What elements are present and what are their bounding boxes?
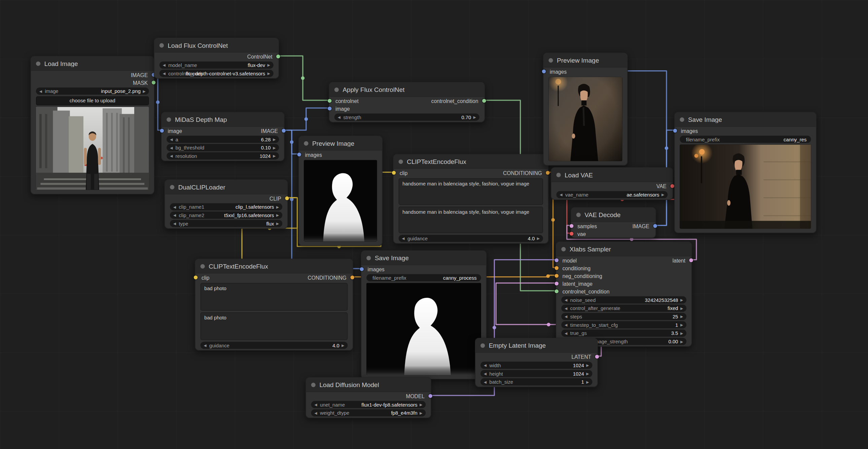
widget-increment-icon[interactable]: ▶ [420,409,422,416]
widget-noise_seed[interactable]: ◀noise_seed324242532548▶ [561,296,686,303]
prompt-textarea[interactable]: handsome man in balenciaga style, fashio… [399,207,543,233]
input-slot-dot-icon[interactable] [328,99,332,103]
node-preview-image-depth[interactable]: Preview Imageimages [299,136,382,246]
widget-increment-icon[interactable]: ▶ [276,203,279,210]
node-header[interactable]: Preview Image [544,53,627,68]
widget-guidance[interactable]: ◀guidance4.0▶ [200,341,348,349]
node-load-image[interactable]: Load ImageIMAGEMASK◀imageinput_pose_2.pn… [30,56,154,194]
widget-decrement-icon[interactable]: ◀ [163,62,165,69]
input-slot-dot-icon[interactable] [569,224,574,228]
widget-decrement-icon[interactable]: ◀ [484,378,487,385]
widget-decrement-icon[interactable]: ◀ [39,88,42,95]
input-slot-dot-icon[interactable] [298,152,302,156]
widget-increment-icon[interactable]: ▶ [143,88,146,95]
node-header[interactable]: CLIPTextEncodeFlux [195,259,352,274]
graph-canvas[interactable]: Load ImageIMAGEMASK◀imageinput_pose_2.pn… [0,0,868,449]
node-header[interactable]: MiDaS Depth Map [161,112,284,127]
input-slot-dot-icon[interactable] [569,232,574,236]
widget-decrement-icon[interactable]: ◀ [564,330,567,337]
widget-increment-icon[interactable]: ▶ [586,378,589,385]
widget-decrement-icon[interactable]: ◀ [204,341,207,349]
widget-decrement-icon[interactable]: ◀ [315,409,317,416]
node-apply-flux-controlnet[interactable]: Apply Flux ControlNetcontrolnetcontrolne… [329,82,485,122]
prompt-textarea[interactable]: bad photo [200,312,348,340]
widget-increment-icon[interactable]: ▶ [473,113,476,120]
widget-decrement-icon[interactable]: ◀ [315,401,317,408]
node-save-image-result[interactable]: Save Imageimagesfilename_prefixcanny_res [674,112,816,233]
widget-decrement-icon[interactable]: ◀ [564,296,567,303]
widget-increment-icon[interactable]: ▶ [273,136,276,143]
widget-decrement-icon[interactable]: ◀ [484,361,487,368]
input-slot-dot-icon[interactable] [542,69,546,73]
widget-batch_size[interactable]: ◀batch_size1▶ [480,378,592,385]
widget-height[interactable]: ◀height1024▶ [480,370,592,377]
widget-increment-icon[interactable]: ▶ [586,370,589,377]
output-slot-dot-icon[interactable] [653,224,657,228]
output-slot-dot-icon[interactable] [595,355,599,359]
widget-clip_name2[interactable]: ◀clip_name2t5xxl_fp16.safetensors▶ [170,212,282,219]
input-slot-dot-icon[interactable] [673,129,677,133]
node-empty-latent-image[interactable]: Empty Latent ImageLATENT◀width1024▶◀heig… [475,338,598,387]
input-slot-dot-icon[interactable] [194,276,198,280]
widget-type[interactable]: ◀typeflux▶ [170,220,282,227]
output-slot-dot-icon[interactable] [689,259,693,263]
prompt-textarea[interactable]: bad photo [200,283,348,311]
output-slot-dot-icon[interactable] [282,129,286,133]
widget-increment-icon[interactable]: ▶ [680,321,683,328]
widget-increment-icon[interactable]: ▶ [586,361,589,368]
node-header[interactable]: Load Image [31,57,154,71]
widget-decrement-icon[interactable]: ◀ [170,152,173,159]
widget-control_after_generate[interactable]: ◀control_after_generatefixed▶ [561,305,686,312]
node-header[interactable]: VAE Decode [571,208,655,222]
node-header[interactable]: Save Image [675,112,816,127]
widget-decrement-icon[interactable]: ◀ [173,203,176,210]
widget-strength[interactable]: ◀strength0.70▶ [334,113,479,120]
widget-increment-icon[interactable]: ▶ [420,401,422,408]
widget-decrement-icon[interactable]: ◀ [173,220,176,227]
input-slot-dot-icon[interactable] [392,171,396,175]
node-load-vae[interactable]: Load VAEVAE◀vae_nameae.safetensors▶ [551,167,673,200]
node-load-diffusion-model[interactable]: Load Diffusion ModelMODEL◀unet_nameflux1… [306,377,431,418]
widget-true_gs[interactable]: ◀true_gs3.5▶ [561,330,686,337]
widget-increment-icon[interactable]: ▶ [680,305,683,312]
widget-filename_prefix[interactable]: filename_prefixcanny_process [366,274,481,281]
widget-clip_name1[interactable]: ◀clip_name1clip_l.safetensors▶ [170,203,282,210]
output-slot-dot-icon[interactable] [429,394,433,398]
node-header[interactable]: Load VAE [551,168,673,182]
widget-filename_prefix[interactable]: filename_prefixcanny_res [680,136,811,143]
node-dual-clip-loader[interactable]: DualCLIPLoaderCLIP◀clip_name1clip_l.safe… [164,179,288,229]
node-clip-text-encode-flux-negative[interactable]: CLIPTextEncodeFluxclipCONDITIONINGbad ph… [195,259,353,350]
input-slot-dot-icon[interactable] [555,266,559,270]
widget-decrement-icon[interactable]: ◀ [564,321,567,328]
node-header[interactable]: CLIPTextEncodeFlux [394,154,548,169]
widget-decrement-icon[interactable]: ◀ [564,305,567,312]
input-slot-dot-icon[interactable] [555,282,559,286]
widget-increment-icon[interactable]: ▶ [680,296,683,303]
node-header[interactable]: DualCLIPLoader [165,180,287,194]
output-slot-dot-icon[interactable] [276,55,280,59]
output-slot-dot-icon[interactable] [546,171,550,175]
widget-decrement-icon[interactable]: ◀ [163,70,165,77]
node-header[interactable]: Xlabs Sampler [556,242,691,257]
widget-image[interactable]: ◀imageinput_pose_2.png▶ [36,88,149,95]
widget-vae_name[interactable]: ◀vae_nameae.safetensors▶ [556,191,668,198]
widget-decrement-icon[interactable]: ◀ [170,144,173,151]
node-header[interactable]: Load Diffusion Model [306,378,431,392]
widget-increment-icon[interactable]: ▶ [273,152,276,159]
widget-increment-icon[interactable]: ▶ [276,220,279,227]
widget-increment-icon[interactable]: ▶ [680,338,683,345]
node-xlabs-sampler[interactable]: Xlabs Samplermodellatentconditioningneg_… [556,241,692,347]
node-clip-text-encode-flux-positive[interactable]: CLIPTextEncodeFluxclipCONDITIONINGhandso… [393,154,548,244]
widget-increment-icon[interactable]: ▶ [680,313,683,320]
output-slot-dot-icon[interactable] [350,276,354,280]
widget-decrement-icon[interactable]: ◀ [338,113,340,120]
node-preview-image-result[interactable]: Preview Imageimages [543,53,628,166]
prompt-textarea[interactable]: handsome man in balenciaga style, fashio… [399,178,543,205]
widget-resolution[interactable]: ◀resolution1024▶ [166,152,279,159]
node-load-flux-controlnet[interactable]: Load Flux ControlNetControlNet◀model_nam… [154,38,279,79]
widget-increment-icon[interactable]: ▶ [268,62,270,69]
widget-increment-icon[interactable]: ▶ [276,212,279,219]
widget-width[interactable]: ◀width1024▶ [480,361,592,368]
widget-weight_dtype[interactable]: ◀weight_dtypefp8_e4m3fn▶ [311,409,426,416]
output-slot-dot-icon[interactable] [285,196,289,200]
